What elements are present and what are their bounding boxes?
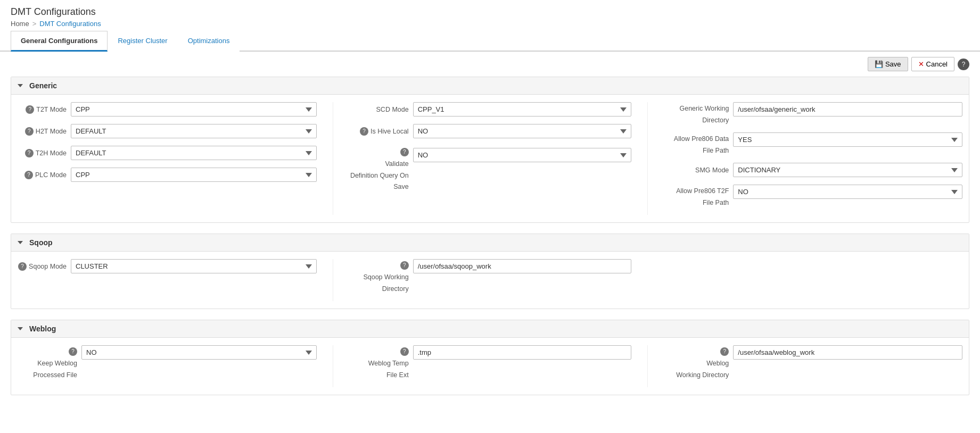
save-icon: 💾	[875, 60, 883, 68]
smg-mode-label: SMG Mode	[664, 166, 733, 174]
is-hive-local-row: ? Is Hive Local NO YES	[349, 124, 632, 138]
scd-mode-control: CPP_V1 DEFAULT	[413, 102, 632, 116]
tab-general-configurations[interactable]: General Configurations	[11, 31, 108, 52]
tab-register-cluster[interactable]: Register Cluster	[108, 31, 177, 52]
t2t-mode-label: ? T2T Mode	[18, 105, 71, 114]
generic-working-dir-input[interactable]	[733, 102, 962, 116]
allow-pre806-select[interactable]: YES NO	[733, 132, 962, 147]
allow-pre806-t2f-select[interactable]: NO YES	[733, 185, 962, 199]
weblog-section-header[interactable]: Weblog	[11, 320, 969, 338]
weblog-dir-help-icon[interactable]: ?	[720, 347, 729, 356]
plc-mode-select[interactable]: CPP DEFAULT	[71, 168, 317, 182]
keep-weblog-row: ? Keep Weblog Processed File NO YES	[18, 345, 317, 380]
sqoop-mode-row: ? Sqoop Mode CLUSTER LOCAL	[18, 259, 317, 273]
validate-control: NO YES	[413, 146, 632, 162]
breadcrumb-separator: >	[32, 20, 37, 28]
save-button[interactable]: 💾 Save	[868, 57, 908, 71]
sqoop-working-dir-control	[413, 259, 632, 273]
weblog-temp-input[interactable]	[413, 345, 632, 360]
t2h-mode-row: ? T2H Mode DEFAULT CPP	[18, 146, 317, 160]
keep-weblog-label: ? Keep Weblog Processed File	[18, 345, 81, 380]
breadcrumb: Home > DMT Configurations	[11, 20, 969, 28]
weblog-col2: ? Weblog Temp File Ext	[333, 345, 648, 387]
smg-mode-control: DICTIONARY DEFAULT	[733, 163, 962, 177]
sqoop-working-dir-row: ? Sqoop Working Directory	[349, 259, 632, 294]
t2h-mode-select[interactable]: DEFAULT CPP	[71, 146, 317, 160]
weblog-section-body: ? Keep Weblog Processed File NO YES	[11, 338, 969, 395]
keep-weblog-help-icon[interactable]: ?	[69, 347, 77, 356]
weblog-working-dir-label: ? Weblog Working Directory	[664, 345, 733, 380]
breadcrumb-home[interactable]: Home	[11, 20, 29, 28]
validate-select[interactable]: NO YES	[413, 148, 632, 162]
hive-local-help-icon[interactable]: ?	[360, 127, 368, 136]
page-title: DMT Configurations	[11, 6, 969, 18]
generic-working-dir-row: Generic Working Directory	[664, 102, 962, 125]
generic-section: Generic ? T2T Mode CPP DEFAULT	[11, 77, 969, 223]
plc-mode-control: CPP DEFAULT	[71, 168, 317, 182]
allow-pre806-row: Allow Pre806 Data File Path YES NO	[664, 132, 962, 155]
allow-pre806-control: YES NO	[733, 132, 962, 147]
generic-section-header[interactable]: Generic	[11, 77, 969, 95]
generic-working-dir-label: Generic Working Directory	[664, 102, 733, 125]
weblog-working-dir-control	[733, 345, 962, 360]
toolbar: 💾 Save ✕ Cancel ?	[11, 57, 969, 71]
sqoop-mode-help-icon[interactable]: ?	[18, 262, 27, 271]
h2t-mode-select[interactable]: DEFAULT CPP	[71, 124, 317, 138]
is-hive-local-label: ? Is Hive Local	[349, 127, 413, 136]
sqoop-mode-control: CLUSTER LOCAL	[71, 259, 317, 273]
generic-col3: Generic Working Directory Allow Pre806 D…	[647, 102, 962, 215]
weblog-temp-control	[413, 345, 632, 360]
weblog-temp-label: ? Weblog Temp File Ext	[349, 345, 413, 380]
weblog-working-dir-row: ? Weblog Working Directory	[664, 345, 962, 380]
weblog-temp-help-icon[interactable]: ?	[400, 347, 409, 356]
weblog-col3: ? Weblog Working Directory	[647, 345, 962, 387]
plc-help-icon[interactable]: ?	[24, 171, 33, 179]
sqoop-dir-help-icon[interactable]: ?	[400, 261, 409, 270]
is-hive-local-select[interactable]: NO YES	[413, 124, 632, 138]
keep-weblog-select[interactable]: NO YES	[81, 345, 317, 360]
t2h-mode-label: ? T2H Mode	[18, 149, 71, 157]
t2t-help-icon[interactable]: ?	[26, 105, 34, 114]
plc-mode-label: ? PLC Mode	[18, 171, 71, 179]
sqoop-section: Sqoop ? Sqoop Mode CLUSTER LOCAL	[11, 234, 969, 309]
allow-pre806-label: Allow Pre806 Data File Path	[664, 132, 733, 155]
h2t-mode-label: ? H2T Mode	[18, 127, 71, 136]
sqoop-mode-select[interactable]: CLUSTER LOCAL	[71, 259, 317, 273]
tab-optimizations[interactable]: Optimizations	[178, 31, 240, 52]
cancel-button[interactable]: ✕ Cancel	[911, 57, 954, 71]
h2t-help-icon[interactable]: ?	[25, 127, 34, 136]
weblog-section: Weblog ? Keep Weblog Processed File NO	[11, 320, 969, 395]
scd-mode-row: SCD Mode CPP_V1 DEFAULT	[349, 102, 632, 116]
weblog-temp-row: ? Weblog Temp File Ext	[349, 345, 632, 380]
h2t-mode-control: DEFAULT CPP	[71, 124, 317, 138]
allow-pre806-t2f-label: Allow Pre806 T2F File Path	[664, 185, 733, 207]
validate-help-icon[interactable]: ?	[400, 148, 409, 156]
t2h-help-icon[interactable]: ?	[25, 149, 34, 157]
t2t-mode-row: ? T2T Mode CPP DEFAULT	[18, 102, 317, 116]
sqoop-section-header[interactable]: Sqoop	[11, 234, 969, 252]
generic-chevron-icon	[18, 84, 23, 87]
h2t-mode-row: ? H2T Mode DEFAULT CPP	[18, 124, 317, 138]
generic-col2: SCD Mode CPP_V1 DEFAULT ? Is Hive L	[333, 102, 648, 215]
generic-section-body: ? T2T Mode CPP DEFAULT ?	[11, 95, 969, 222]
scd-mode-select[interactable]: CPP_V1 DEFAULT	[413, 102, 632, 116]
plc-mode-row: ? PLC Mode CPP DEFAULT	[18, 168, 317, 182]
weblog-chevron-icon	[18, 327, 23, 330]
weblog-col1: ? Keep Weblog Processed File NO YES	[18, 345, 333, 387]
sqoop-col3	[647, 259, 962, 301]
sqoop-section-body: ? Sqoop Mode CLUSTER LOCAL	[11, 252, 969, 309]
smg-mode-row: SMG Mode DICTIONARY DEFAULT	[664, 163, 962, 177]
sqoop-col2: ? Sqoop Working Directory	[333, 259, 648, 301]
sqoop-working-dir-input[interactable]	[413, 259, 632, 273]
generic-section-title: Generic	[29, 81, 57, 90]
t2h-mode-control: DEFAULT CPP	[71, 146, 317, 160]
smg-mode-select[interactable]: DICTIONARY DEFAULT	[733, 163, 962, 177]
t2t-mode-select[interactable]: CPP DEFAULT	[71, 102, 317, 116]
help-button[interactable]: ?	[958, 59, 969, 70]
breadcrumb-current[interactable]: DMT Configurations	[39, 20, 101, 28]
weblog-working-dir-input[interactable]	[733, 345, 962, 360]
page-header: DMT Configurations Home > DMT Configurat…	[0, 0, 980, 30]
t2t-mode-control: CPP DEFAULT	[71, 102, 317, 116]
allow-pre806-t2f-control: NO YES	[733, 185, 962, 199]
validate-label: ? Validate Definition Query On Save	[349, 146, 413, 192]
